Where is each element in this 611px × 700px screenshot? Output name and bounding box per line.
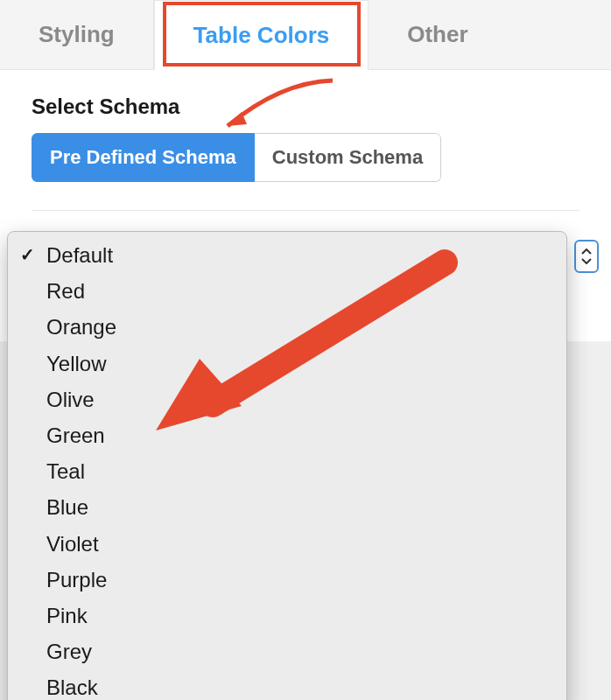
tabs-bar: Styling Table Colors Other — [0, 0, 611, 70]
dropdown-option-pink[interactable]: Pink — [8, 598, 566, 634]
dropdown-option-teal[interactable]: Teal — [8, 453, 566, 489]
option-label: Green — [46, 419, 105, 452]
chevron-up-icon — [581, 248, 592, 256]
dropdown-option-black[interactable]: Black — [8, 669, 566, 700]
dropdown-option-yellow[interactable]: Yellow — [8, 346, 566, 382]
dropdown-option-orange[interactable]: Orange — [8, 309, 566, 345]
dropdown-option-red[interactable]: Red — [8, 273, 566, 309]
option-label: Pink — [46, 599, 88, 632]
tab-other[interactable]: Other — [369, 0, 506, 69]
schema-select[interactable] — [574, 240, 599, 273]
tab-table-colors[interactable]: Table Colors — [154, 0, 369, 70]
dropdown-option-purple[interactable]: Purple — [8, 562, 566, 598]
dropdown-option-blue[interactable]: Blue — [8, 489, 566, 525]
option-label: Yellow — [46, 347, 107, 380]
option-label: Black — [46, 671, 98, 700]
tab-label: Other — [407, 21, 467, 48]
schema-dropdown: ✓ Default Red Orange Yellow Olive Green … — [7, 231, 567, 700]
chevron-down-icon — [581, 257, 592, 264]
divider — [32, 210, 579, 211]
option-label: Orange — [46, 311, 116, 343]
button-label: Custom Schema — [272, 146, 423, 168]
dropdown-option-default[interactable]: ✓ Default — [8, 237, 566, 273]
option-label: Default — [46, 239, 113, 271]
predefined-schema-button[interactable]: Pre Defined Schema — [32, 133, 255, 182]
dropdown-option-olive[interactable]: Olive — [8, 382, 566, 417]
option-label: Blue — [46, 491, 88, 523]
dropdown-option-violet[interactable]: Violet — [8, 526, 566, 562]
custom-schema-button[interactable]: Custom Schema — [255, 133, 441, 182]
dropdown-option-grey[interactable]: Grey — [8, 634, 566, 669]
tab-styling[interactable]: Styling — [0, 0, 154, 69]
option-label: Olive — [46, 383, 95, 416]
tab-label: Styling — [39, 21, 115, 48]
option-label: Purple — [46, 564, 107, 596]
tab-label: Table Colors — [193, 22, 330, 49]
option-label: Grey — [46, 635, 92, 668]
schema-button-group: Pre Defined Schema Custom Schema — [32, 133, 441, 182]
section-label-select-schema: Select Schema — [32, 94, 579, 119]
button-label: Pre Defined Schema — [50, 146, 236, 168]
dropdown-option-green[interactable]: Green — [8, 417, 566, 453]
option-label: Red — [46, 275, 85, 307]
option-label: Teal — [46, 455, 85, 487]
option-label: Violet — [46, 528, 99, 560]
tab-content: Select Schema Pre Defined Schema Custom … — [0, 70, 611, 211]
check-icon: ✓ — [20, 242, 46, 269]
